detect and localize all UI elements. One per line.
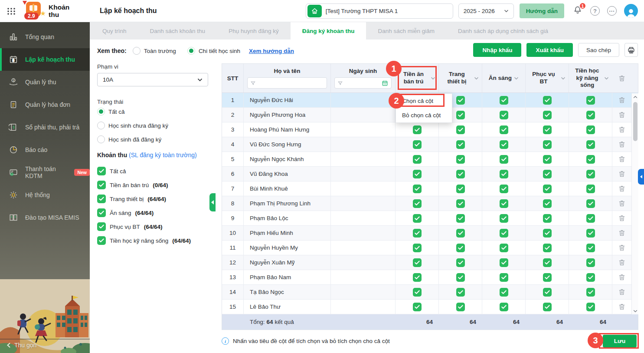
- column-header-tien-hoc-ky-nang-song[interactable]: Tiền học kỹ năng sống: [569, 64, 612, 92]
- row-checkbox-checked[interactable]: [500, 125, 508, 134]
- row-checkbox-checked[interactable]: [500, 258, 508, 267]
- row-checkbox-checked[interactable]: [586, 199, 595, 208]
- row-checkbox-checked[interactable]: [543, 155, 552, 164]
- trash-icon[interactable]: [618, 259, 625, 266]
- trash-icon[interactable]: [618, 111, 625, 119]
- row-checkbox-checked[interactable]: [413, 199, 422, 208]
- row-checkbox-checked[interactable]: [543, 288, 552, 297]
- row-checkbox-checked[interactable]: [413, 244, 422, 252]
- checkbox-checked-icon[interactable]: [97, 236, 106, 245]
- fee-filter-an-sang[interactable]: Ăn sáng(64/64): [97, 208, 191, 217]
- copy-button[interactable]: Sao chép: [578, 43, 619, 57]
- row-checkbox-checked[interactable]: [456, 288, 465, 297]
- row-checkbox-checked[interactable]: [586, 125, 595, 134]
- school-year-select[interactable]: 2025 - 2026: [458, 3, 514, 19]
- tab-danh-sach-mien-giam[interactable]: Danh sách miễn giảm: [366, 22, 446, 40]
- row-checkbox-checked[interactable]: [413, 303, 422, 311]
- scroll-up-icon[interactable]: [632, 93, 639, 100]
- row-checkbox-checked[interactable]: [543, 244, 552, 252]
- row-checkbox-checked[interactable]: [413, 273, 422, 282]
- scope-select[interactable]: 10A: [97, 73, 208, 86]
- dob-filter-input[interactable]: [345, 80, 379, 86]
- sidebar-item-quan-ly-hoa-don[interactable]: Quản lý hóa đơn: [0, 93, 90, 116]
- row-checkbox-checked[interactable]: [586, 140, 595, 149]
- fee-filter-tien-hoc-ky-nang-song[interactable]: Tiền học kỹ năng sống(64/64): [97, 236, 191, 245]
- row-checkbox-checked[interactable]: [413, 155, 422, 164]
- trash-icon[interactable]: [618, 170, 625, 178]
- tab-dang-ky-khoan-thu[interactable]: Đăng ký khoản thu: [291, 22, 366, 40]
- row-checkbox-checked[interactable]: [500, 140, 508, 149]
- row-checkbox-checked[interactable]: [500, 214, 508, 223]
- row-checkbox-checked[interactable]: [456, 303, 465, 311]
- right-panel-expand-handle[interactable]: [638, 169, 644, 185]
- column-header-phuc-vu-bt[interactable]: Phục vụ BT: [526, 64, 569, 92]
- row-checkbox-checked[interactable]: [586, 258, 595, 267]
- status-option-tat-ca[interactable]: Tất cả: [97, 108, 168, 115]
- row-checkbox-checked[interactable]: [456, 155, 465, 164]
- row-checkbox-checked[interactable]: [586, 229, 595, 238]
- row-checkbox-checked[interactable]: [456, 244, 465, 252]
- row-checkbox-checked[interactable]: [586, 214, 595, 223]
- school-selector[interactable]: [Test] Trường THPT MISA 1: [306, 3, 453, 19]
- row-checkbox-checked[interactable]: [586, 244, 595, 252]
- row-checkbox-checked[interactable]: [456, 140, 465, 149]
- sidebar-item-lap-ke-hoach-thu[interactable]: $Lập kế hoạch thu: [0, 48, 90, 71]
- row-checkbox-checked[interactable]: [500, 229, 508, 238]
- trash-icon[interactable]: [618, 274, 625, 281]
- row-checkbox-checked[interactable]: [543, 273, 552, 282]
- row-checkbox-checked[interactable]: [413, 185, 422, 193]
- trash-icon[interactable]: [618, 244, 625, 251]
- row-checkbox-checked[interactable]: [413, 288, 422, 297]
- fee-filter-trang-thiet-bi[interactable]: Trang thiết bị(64/64): [97, 195, 191, 203]
- row-checkbox-checked[interactable]: [500, 185, 508, 193]
- table-scrollbar[interactable]: [631, 93, 638, 314]
- row-checkbox-checked[interactable]: [543, 258, 552, 267]
- print-button[interactable]: [624, 43, 638, 57]
- row-checkbox-checked[interactable]: [543, 229, 552, 238]
- status-option-hoc-sinh-chua-dang-ky[interactable]: Học sinh chưa đăng ký: [97, 122, 168, 129]
- column-header-an-sang[interactable]: Ăn sáng: [482, 64, 526, 92]
- more-menu-button[interactable]: ⋯: [607, 6, 617, 16]
- checkbox-checked-icon[interactable]: [97, 222, 106, 231]
- row-checkbox-checked[interactable]: [456, 111, 465, 119]
- row-checkbox-checked[interactable]: [586, 185, 595, 193]
- row-checkbox-checked[interactable]: [543, 140, 552, 149]
- row-checkbox-checked[interactable]: [543, 185, 552, 193]
- sidebar-item-tong-quan[interactable]: Tổng quan: [0, 26, 90, 48]
- row-checkbox-checked[interactable]: [586, 155, 595, 164]
- column-header-trang-thiet-bi[interactable]: Trang thiết bị: [439, 64, 482, 92]
- row-checkbox-checked[interactable]: [543, 125, 552, 134]
- trash-icon[interactable]: [618, 229, 625, 237]
- tab-phu-huynh-dang-ky[interactable]: Phụ huynh đăng ký: [217, 22, 291, 40]
- row-checkbox-checked[interactable]: [586, 303, 595, 311]
- trash-icon[interactable]: [618, 96, 625, 104]
- row-checkbox-checked[interactable]: [500, 199, 508, 208]
- row-checkbox-checked[interactable]: [586, 96, 595, 105]
- checkbox-checked-icon[interactable]: [97, 181, 106, 189]
- save-button[interactable]: Lưu: [603, 335, 637, 347]
- row-checkbox-checked[interactable]: [456, 125, 465, 134]
- row-checkbox-checked[interactable]: [543, 199, 552, 208]
- view-guide-link[interactable]: Xem hướng dẫn: [249, 48, 294, 54]
- sidebar-item-thanh-toan-kdtm[interactable]: Thanh toán KDTMNew: [0, 161, 90, 184]
- guide-button[interactable]: Hướng dẫn: [520, 3, 564, 18]
- row-checkbox-checked[interactable]: [500, 96, 508, 105]
- export-button[interactable]: Xuất khẩu: [526, 43, 573, 57]
- view-option-chi-tiet-hoc-sinh[interactable]: Chi tiết học sinh: [187, 47, 240, 55]
- row-checkbox-checked[interactable]: [586, 170, 595, 178]
- tab-quy-trinh[interactable]: Quy trình: [91, 22, 138, 40]
- tab-danh-sach-ap-dung-chinh-sach-gia[interactable]: Danh sách áp dụng chính sách giá: [446, 22, 560, 40]
- sidebar-item-quan-ly-thu[interactable]: $Quản lý thu: [0, 71, 90, 93]
- row-checkbox-checked[interactable]: [456, 258, 465, 267]
- row-checkbox-checked[interactable]: [456, 273, 465, 282]
- tab-danh-sach-khoan-thu[interactable]: Danh sách khoản thu: [138, 22, 217, 40]
- sidebar-item-dao-tao-misa-emis[interactable]: Đào tạo MISA EMIS: [0, 206, 90, 229]
- row-checkbox-checked[interactable]: [413, 140, 422, 149]
- trash-icon[interactable]: [618, 141, 625, 148]
- sidebar-item-so-phai-thu-phai-tra[interactable]: $Sổ phải thu, phải trả: [0, 116, 90, 139]
- scrollbar-thumb[interactable]: [633, 102, 637, 141]
- menu-item-chon-ca-cot[interactable]: Chọn cả cột: [396, 94, 452, 108]
- row-checkbox-checked[interactable]: [586, 111, 595, 119]
- sidebar-collapse-button[interactable]: Thu gọn: [7, 342, 36, 349]
- row-checkbox-checked[interactable]: [456, 170, 465, 178]
